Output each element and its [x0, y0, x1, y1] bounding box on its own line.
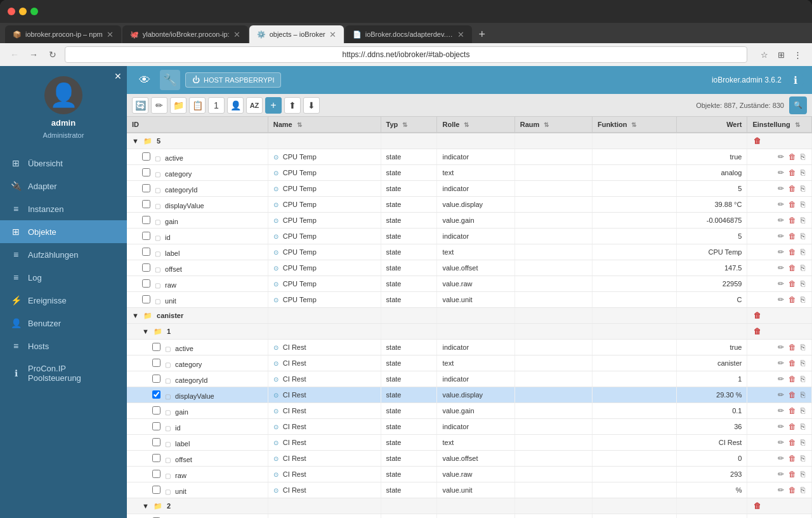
col-raum[interactable]: Raum ⇅ [514, 117, 592, 133]
wrench-icon-button[interactable]: 🔧 [160, 70, 180, 90]
address-input[interactable] [65, 46, 747, 63]
table-row[interactable]: ▢ category ⊙ CI Rest state text canister… [127, 355, 812, 371]
row-checkbox[interactable] [152, 438, 160, 446]
delete-row-icon[interactable]: 🗑 [787, 152, 797, 162]
reload-button[interactable]: ↻ [46, 48, 60, 62]
sidebar-item-log[interactable]: ≡ Log [0, 266, 127, 289]
edit-row-icon[interactable]: ✏ [776, 295, 785, 305]
copy-row-icon[interactable]: ⎘ [799, 231, 806, 241]
delete-row-icon[interactable]: 🗑 [787, 469, 797, 479]
table-row[interactable]: ▢ active ⊙ pH- Rest state indicator true… [127, 514, 812, 519]
copy-row-icon[interactable]: ⎘ [799, 374, 806, 384]
extensions-button[interactable]: ⊞ [774, 48, 788, 62]
delete-icon[interactable]: 🗑 [752, 326, 763, 336]
table-row[interactable]: ▢ offset ⊙ CI Rest state value.offset 0 … [127, 451, 812, 467]
delete-row-icon[interactable]: 🗑 [787, 168, 797, 178]
copy-row-icon[interactable]: ⎘ [799, 199, 806, 209]
table-row[interactable]: ▢ category ⊙ CPU Temp state text analog … [127, 165, 812, 181]
edit-row-icon[interactable]: ✏ [776, 247, 785, 257]
delete-row-icon[interactable]: 🗑 [787, 390, 797, 400]
delete-row-icon[interactable]: 🗑 [787, 422, 797, 432]
traffic-lights[interactable] [8, 8, 38, 15]
delete-row-icon[interactable]: 🗑 [787, 215, 797, 225]
upload-button[interactable]: ⬆ [284, 97, 301, 114]
copy-row-icon[interactable]: ⎘ [799, 358, 806, 368]
row-checkbox[interactable] [142, 248, 150, 256]
copy-row-icon[interactable]: ⎘ [799, 422, 806, 432]
az-button[interactable]: AZ [246, 97, 263, 114]
delete-row-icon[interactable]: 🗑 [787, 183, 797, 194]
table-row[interactable]: ▢ offset ⊙ CPU Temp state value.offset 1… [127, 260, 812, 276]
edit-row-icon[interactable]: ✏ [776, 358, 785, 368]
sidebar-item-hosts[interactable]: ≡ Hosts [0, 335, 127, 357]
row-checkbox[interactable] [142, 295, 150, 303]
row-checkbox[interactable] [142, 152, 150, 161]
table-row[interactable]: ▢ raw ⊙ CI Rest state value.raw 293 ✏ 🗑 … [127, 467, 812, 482]
edit-row-icon[interactable]: ✏ [776, 215, 785, 225]
table-row[interactable]: ▢ raw ⊙ CPU Temp state value.raw 22959 ✏… [127, 276, 812, 292]
sidebar-item-uebersicht[interactable]: ⊞ Übersicht [0, 152, 127, 175]
edit-row-icon[interactable]: ✏ [776, 390, 785, 400]
bookmark-button[interactable]: ☆ [757, 48, 771, 62]
copy-row-icon[interactable]: ⎘ [799, 453, 806, 463]
table-row[interactable]: ▼ 📁 2 🗑 [127, 498, 812, 514]
delete-row-icon[interactable]: 🗑 [787, 247, 797, 257]
menu-button[interactable]: ⋮ [790, 48, 804, 62]
person-button[interactable]: 👤 [227, 97, 244, 114]
row-checkbox[interactable] [142, 184, 150, 192]
row-checkbox[interactable] [142, 216, 150, 224]
table-row[interactable]: ▢ displayValue ⊙ CPU Temp state value.di… [127, 197, 812, 213]
sidebar-item-objekte[interactable]: ⊞ Objekte [0, 220, 127, 243]
new-tab-button[interactable]: + [473, 25, 491, 43]
row-checkbox[interactable] [152, 375, 160, 383]
delete-row-icon[interactable]: 🗑 [787, 485, 797, 495]
sidebar-item-aufzaehlungen[interactable]: ≡ Aufzählungen [0, 243, 127, 266]
edit-row-icon[interactable]: ✏ [776, 152, 785, 162]
col-funktion[interactable]: Funktion ⇅ [592, 117, 676, 133]
copy-row-icon[interactable]: ⎘ [799, 183, 806, 194]
table-row[interactable]: ▼ 📁 5 🗑 [127, 133, 812, 149]
edit-row-icon[interactable]: ✏ [776, 231, 785, 241]
copy-row-icon[interactable]: ⎘ [799, 469, 806, 479]
col-typ[interactable]: Typ ⇅ [381, 117, 437, 133]
table-row[interactable]: ▢ label ⊙ CI Rest state text CI Rest ✏ 🗑… [127, 435, 812, 451]
row-checkbox[interactable] [142, 232, 150, 240]
close-button[interactable] [8, 8, 15, 15]
copy-row-icon[interactable]: ⎘ [799, 215, 806, 225]
back-button[interactable]: ← [8, 48, 22, 62]
col-rolle[interactable]: Rolle ⇅ [437, 117, 514, 133]
col-id[interactable]: ID [127, 117, 268, 133]
row-checkbox[interactable] [152, 422, 160, 430]
table-row[interactable]: ▢ active ⊙ CI Rest state indicator true … [127, 340, 812, 355]
sidebar-item-instanzen[interactable]: ≡ Instanzen [0, 197, 127, 220]
expand-icon[interactable]: ▼ [142, 328, 149, 335]
edit-row-icon[interactable]: ✏ [776, 183, 785, 194]
delete-row-icon[interactable]: 🗑 [787, 453, 797, 463]
edit-row-icon[interactable]: ✏ [776, 485, 785, 495]
row-checkbox[interactable] [142, 168, 150, 176]
row-checkbox[interactable] [152, 359, 160, 367]
expand-icon[interactable]: ▼ [132, 312, 139, 319]
table-row[interactable]: ▢ gain ⊙ CPU Temp state value.gain -0.00… [127, 213, 812, 229]
search-button[interactable]: 🔍 [789, 96, 807, 114]
table-row[interactable]: ▢ displayValue ⊙ CI Rest state value.dis… [127, 387, 812, 403]
minimize-button[interactable] [19, 8, 27, 15]
edit-row-icon[interactable]: ✏ [776, 422, 785, 432]
copy-row-icon[interactable]: ⎘ [799, 263, 806, 273]
edit-row-icon[interactable]: ✏ [776, 453, 785, 463]
delete-row-icon[interactable]: 🗑 [787, 358, 797, 368]
expand-icon[interactable]: ▼ [132, 137, 139, 145]
row-checkbox[interactable] [152, 390, 160, 399]
copy-row-icon[interactable]: ⎘ [799, 437, 806, 448]
edit-row-icon[interactable]: ✏ [776, 168, 785, 178]
delete-row-icon[interactable]: 🗑 [787, 406, 797, 416]
sidebar-item-benutzer[interactable]: 👤 Benutzer [0, 312, 127, 335]
edit-row-icon[interactable]: ✏ [776, 199, 785, 209]
copy-button[interactable]: 📋 [189, 97, 206, 114]
tab-close-docs[interactable]: ✕ [457, 30, 464, 39]
edit-row-icon[interactable]: ✏ [776, 406, 785, 416]
edit-button[interactable]: ✏ [151, 97, 167, 114]
table-row[interactable]: ▢ id ⊙ CI Rest state indicator 36 ✏ 🗑 ⎘ [127, 419, 812, 435]
table-row[interactable]: ▢ unit ⊙ CI Rest state value.unit % ✏ 🗑 … [127, 482, 812, 498]
host-button[interactable]: ⏻ HOST RASPBERRYPI [185, 72, 281, 88]
